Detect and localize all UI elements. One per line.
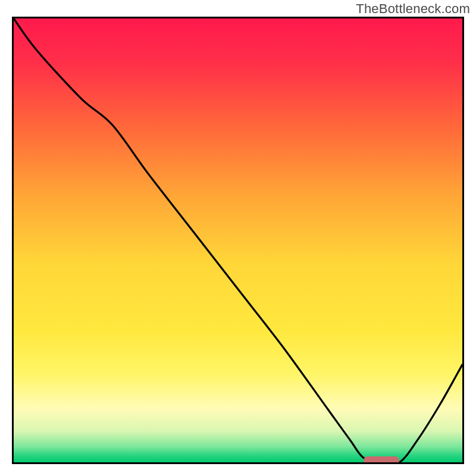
curve-layer bbox=[14, 18, 462, 462]
bottleneck-curve bbox=[14, 18, 462, 462]
plot-area bbox=[12, 17, 464, 464]
optimal-range-marker bbox=[364, 456, 399, 464]
chart-container: TheBottleneck.com bbox=[0, 0, 476, 476]
watermark-label: TheBottleneck.com bbox=[356, 1, 470, 17]
